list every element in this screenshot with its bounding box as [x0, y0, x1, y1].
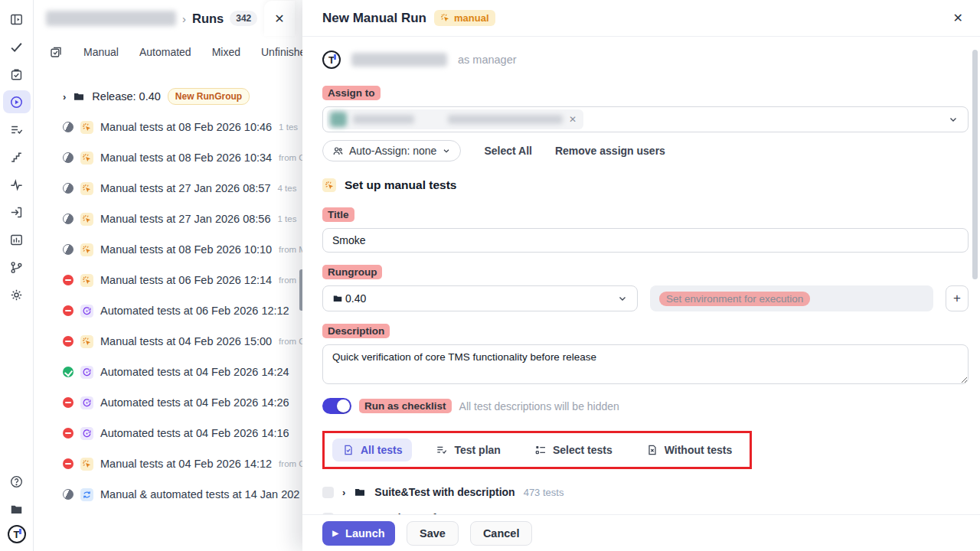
suite-row[interactable]: › Fund Transfers 360 tests [322, 506, 969, 514]
suite-checkbox[interactable] [322, 513, 334, 515]
app-logo[interactable]: T [8, 525, 26, 543]
manual-cursor-icon [80, 274, 93, 287]
run-title: Manual tests at 27 Jan 2026 08:57 [100, 182, 271, 194]
expand-chevron-icon[interactable]: › [342, 487, 345, 498]
tests-tabs-annotated: All tests Test plan Select tests Without… [322, 431, 752, 469]
folder-icon [332, 293, 343, 304]
filter-automated[interactable]: Automated [139, 46, 191, 58]
plans-icon[interactable] [3, 118, 31, 141]
select-all-runs-icon[interactable] [49, 45, 63, 59]
description-label: Description [322, 324, 390, 338]
projects-folder-icon[interactable] [3, 497, 31, 520]
expand-chevron-icon[interactable]: › [342, 513, 345, 515]
run-row[interactable]: Manual tests at 27 Jan 2026 08:561 tes [34, 204, 302, 234]
reports-icon[interactable] [3, 228, 31, 251]
add-environment-button[interactable]: + [946, 285, 969, 311]
run-row[interactable]: Manual tests at 27 Jan 2026 08:574 tes [34, 173, 302, 204]
tab-select-tests[interactable]: Select tests [524, 439, 622, 461]
milestones-icon[interactable] [3, 145, 31, 168]
status-progress-icon [63, 489, 74, 500]
expand-chevron-icon[interactable]: › [63, 91, 66, 103]
assign-to-select[interactable]: ✕ [322, 106, 969, 132]
run-row[interactable]: Manual & automated tests at 14 Jan 202 [34, 479, 302, 510]
settings-gear-icon[interactable] [3, 283, 31, 306]
check-icon[interactable] [3, 35, 31, 58]
chip-remove-icon[interactable]: ✕ [569, 114, 577, 125]
filter-mixed[interactable]: Mixed [212, 46, 240, 58]
launch-button[interactable]: ▶ Launch [322, 521, 395, 546]
tab-all-tests[interactable]: All tests [332, 439, 412, 461]
modal-scrollbar[interactable] [972, 50, 978, 279]
project-name-redacted[interactable] [46, 11, 176, 26]
mixed-icon [80, 488, 93, 501]
pulse-icon[interactable] [3, 173, 31, 196]
manual-badge: manual [434, 10, 495, 26]
filter-manual[interactable]: Manual [83, 46, 119, 58]
run-row[interactable]: Manual tests at 08 Feb 2026 10:34from C [34, 142, 302, 173]
rungroup-title[interactable]: Release: 0.40 [92, 90, 160, 103]
tab-test-plan[interactable]: Test plan [426, 439, 510, 461]
run-row[interactable]: Manual tests at 08 Feb 2026 10:10from M [34, 234, 302, 265]
branches-icon[interactable] [3, 256, 31, 279]
list-close-button[interactable]: ✕ [264, 1, 295, 36]
test-cases-icon[interactable] [3, 63, 31, 86]
run-row[interactable]: Manual tests at 04 Feb 2026 14:12from C [34, 448, 302, 479]
run-row[interactable]: Automated tests at 06 Feb 2026 12:12 [34, 295, 302, 326]
manual-cursor-icon [440, 13, 450, 23]
runs-icon[interactable] [3, 90, 31, 113]
filter-unfinished[interactable]: Unfinished [261, 46, 302, 58]
run-title: Manual tests at 08 Feb 2026 10:34 [100, 152, 272, 164]
select-all-button[interactable]: Select All [484, 145, 532, 157]
checklist-hint: All test descriptions will be hidden [459, 400, 619, 412]
list-check-icon [436, 444, 448, 456]
manual-cursor-icon [322, 178, 336, 192]
status-blocked-icon [63, 428, 74, 439]
status-blocked-icon [63, 397, 74, 408]
run-row[interactable]: Manual tests at 06 Feb 2026 12:14from R [34, 265, 302, 295]
run-title: Automated tests at 04 Feb 2026 14:16 [100, 427, 289, 439]
auto-assign-button[interactable]: Auto-Assign: none [322, 140, 461, 161]
status-progress-icon [63, 214, 74, 224]
environment-input[interactable]: Set environment for execution [650, 285, 933, 311]
modal-title: New Manual Run [322, 11, 426, 26]
remove-assign-users-button[interactable]: Remove assign users [555, 145, 665, 157]
assignee-avatar-redacted [330, 112, 347, 127]
suite-checkbox[interactable] [322, 487, 334, 498]
suite-row[interactable]: › Suite&Test with description 473 tests [322, 480, 969, 504]
manual-cursor-icon [80, 243, 93, 256]
import-icon[interactable] [3, 201, 31, 223]
title-input[interactable] [322, 228, 969, 253]
run-row[interactable]: Automated tests at 04 Feb 2026 14:16 [34, 418, 302, 448]
run-as-checklist-toggle[interactable] [322, 398, 351, 414]
runs-header: › Runs 342 ✕ [34, 0, 302, 37]
modal-close-button[interactable]: ✕ [950, 8, 966, 28]
app: T › Runs 342 ✕ Manual Automated Mixed Un… [0, 0, 980, 551]
run-title: Manual tests at 04 Feb 2026 15:00 [100, 335, 272, 347]
run-row[interactable]: Manual tests at 04 Feb 2026 15:00from C [34, 326, 302, 357]
modal-header: New Manual Run manual ✕ [302, 0, 980, 37]
breadcrumb-runs[interactable]: Runs [192, 11, 224, 26]
run-title: Automated tests at 04 Feb 2026 14:24 [100, 366, 289, 378]
run-row[interactable]: Automated tests at 04 Feb 2026 14:26 [34, 387, 302, 418]
run-title: Automated tests at 04 Feb 2026 14:26 [100, 396, 289, 409]
manual-cursor-icon [80, 182, 93, 195]
panel-toggle-icon[interactable] [3, 8, 31, 31]
chevron-down-icon [617, 293, 628, 304]
description-textarea[interactable]: Quick verification of core TMS functiona… [322, 344, 969, 384]
run-row[interactable]: Automated tests at 04 Feb 2026 14:24 [34, 357, 302, 387]
run-meta: from C [279, 337, 302, 346]
run-meta: from M [279, 245, 302, 254]
run-meta: 4 tes [278, 184, 297, 193]
rungroup-row[interactable]: › Release: 0.40 New RunGroup [34, 81, 302, 112]
manual-cursor-icon [80, 213, 93, 226]
run-row[interactable]: Manual tests at 08 Feb 2026 10:461 tes [34, 112, 302, 142]
run-title: Manual tests at 08 Feb 2026 10:10 [100, 243, 272, 256]
setup-heading-row: Set up manual tests [322, 178, 969, 192]
status-blocked-icon [63, 458, 74, 469]
save-button[interactable]: Save [407, 521, 459, 546]
chevron-down-icon [948, 114, 959, 125]
help-icon[interactable] [3, 470, 31, 493]
tab-without-tests[interactable]: Without tests [636, 439, 743, 461]
cancel-button[interactable]: Cancel [470, 521, 533, 546]
rungroup-select[interactable]: 0.40 [322, 285, 638, 311]
